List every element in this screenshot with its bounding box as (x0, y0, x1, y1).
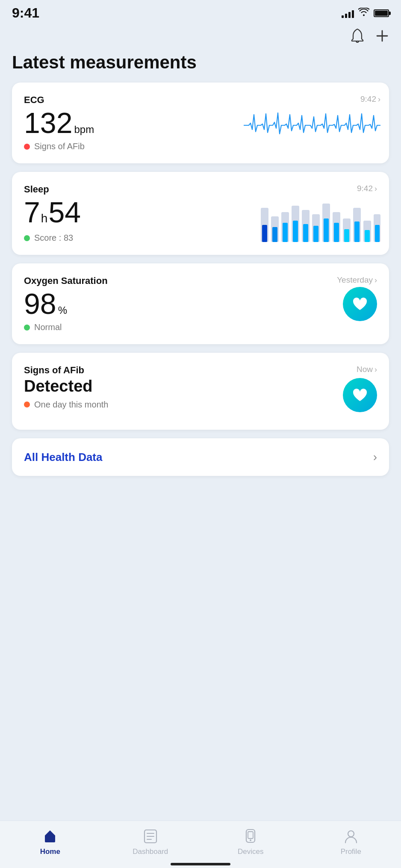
afib-status-dot (24, 402, 30, 407)
oxygen-status-text: Normal (34, 322, 62, 332)
ecg-chart (244, 106, 380, 140)
battery-icon (374, 9, 389, 17)
page-title: Latest measurements (12, 53, 389, 72)
svg-rect-15 (272, 227, 277, 242)
sleep-time: 9:42 › (357, 184, 377, 193)
status-icons (342, 8, 389, 19)
all-health-chevron-icon: › (373, 450, 377, 464)
svg-point-33 (250, 839, 251, 841)
top-actions (0, 24, 401, 49)
status-bar: 9:41 (0, 0, 401, 24)
oxygen-value-section: 98 % (24, 289, 377, 318)
oxygen-heart-icon (343, 287, 377, 321)
afib-heart-icon (343, 378, 377, 412)
afib-card[interactable]: Signs of AFib Now › Detected One day thi… (12, 353, 389, 430)
afib-chevron-icon: › (374, 365, 377, 374)
home-icon (41, 828, 59, 845)
svg-rect-22 (344, 229, 349, 242)
nav-devices-label: Devices (238, 847, 263, 856)
nav-profile[interactable]: Profile (301, 821, 401, 858)
page-title-section: Latest measurements (0, 49, 401, 83)
ecg-unit: bpm (74, 124, 94, 136)
devices-icon (242, 828, 259, 845)
profile-icon (342, 828, 360, 845)
sleep-bars (261, 204, 380, 246)
all-health-card[interactable]: All Health Data › (12, 438, 389, 476)
sleep-minutes: 54 (48, 198, 81, 227)
oxygen-unit: % (58, 304, 67, 316)
svg-rect-14 (262, 225, 267, 242)
oxygen-card-header: Oxygen Saturation Yesterday › (24, 275, 377, 286)
ecg-card-header: ECG 9:42 › (24, 94, 380, 106)
svg-rect-18 (303, 224, 308, 242)
svg-rect-20 (324, 218, 329, 242)
sleep-card[interactable]: Sleep 9:42 › 7 h 54 Score : 83 (12, 172, 389, 255)
nav-home[interactable]: Home (0, 821, 100, 858)
sleep-hours: 7 (24, 198, 40, 227)
svg-rect-24 (365, 230, 370, 242)
nav-devices[interactable]: Devices (200, 821, 301, 858)
ecg-value: 132 (24, 108, 72, 137)
svg-rect-25 (375, 225, 380, 242)
ecg-card[interactable]: ECG 9:42 › 132 bpm Signs of AFib (12, 83, 389, 163)
ecg-label: ECG (24, 94, 44, 106)
afib-detected: Detected (24, 378, 377, 396)
svg-rect-26 (48, 838, 52, 842)
oxygen-status: Normal (24, 322, 377, 332)
all-health-label: All Health Data (24, 451, 103, 464)
ecg-status: Signs of AFib (24, 142, 380, 151)
svg-rect-21 (334, 223, 339, 242)
svg-rect-23 (354, 221, 360, 242)
wifi-icon (358, 8, 369, 19)
nav-home-label: Home (40, 847, 60, 856)
sleep-chevron-icon: › (374, 184, 377, 193)
home-indicator (171, 863, 230, 865)
ecg-status-text: Signs of AFib (34, 142, 85, 151)
sleep-label: Sleep (24, 184, 49, 195)
nav-dashboard[interactable]: Dashboard (100, 821, 201, 858)
sleep-chart (261, 204, 380, 246)
oxygen-chevron-icon: › (374, 276, 377, 285)
oxygen-status-dot (24, 325, 30, 331)
afib-time: Now › (357, 365, 377, 374)
sleep-status-dot (24, 235, 30, 241)
afib-status: One day this month (24, 400, 377, 410)
svg-rect-19 (313, 226, 318, 242)
notification-button[interactable] (350, 28, 365, 44)
sleep-card-header: Sleep 9:42 › (24, 184, 377, 195)
signal-icon (342, 9, 354, 18)
sleep-hunit: h (41, 212, 48, 225)
ecg-waveform (244, 106, 380, 140)
svg-rect-32 (248, 832, 253, 838)
svg-rect-17 (293, 221, 298, 242)
afib-label: Signs of AFib (24, 365, 84, 376)
oxygen-value: 98 (24, 289, 56, 318)
cards-container: ECG 9:42 › 132 bpm Signs of AFib Sleep 9… (0, 83, 401, 476)
sleep-status-text: Score : 83 (34, 233, 73, 243)
oxygen-time: Yesterday › (337, 275, 377, 285)
svg-point-34 (348, 831, 354, 837)
dashboard-icon (142, 828, 159, 845)
bottom-nav: Home Dashboard Devices (0, 821, 401, 868)
add-button[interactable] (375, 29, 389, 43)
nav-dashboard-label: Dashboard (133, 847, 168, 856)
ecg-status-dot (24, 144, 30, 150)
ecg-chevron-icon: › (378, 95, 380, 104)
oxygen-label: Oxygen Saturation (24, 275, 108, 286)
svg-rect-16 (283, 223, 288, 242)
nav-profile-label: Profile (341, 847, 361, 856)
ecg-time: 9:42 › (360, 94, 380, 104)
afib-status-text: One day this month (34, 400, 108, 410)
afib-card-header: Signs of AFib Now › (24, 365, 377, 376)
status-time: 9:41 (12, 5, 39, 21)
oxygen-card[interactable]: Oxygen Saturation Yesterday › 98 % Norma… (12, 263, 389, 344)
